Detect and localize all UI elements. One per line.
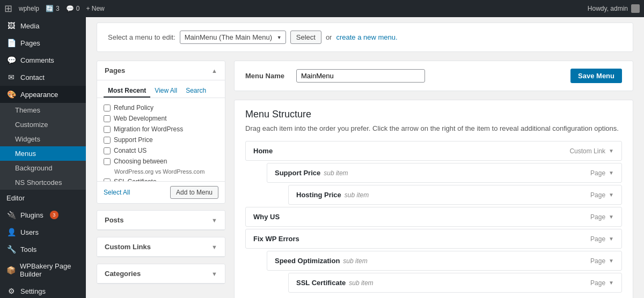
menu-structure-desc: Drag each item into the order you prefer… [245, 124, 622, 132]
settings-icon: ⚙ [6, 287, 16, 295]
sidebar-item-pages[interactable]: 📄 Pages [0, 34, 86, 51]
custom-links-title: Custom Links [105, 243, 151, 251]
page-label: Web Development [114, 115, 167, 122]
categories-panel-header[interactable]: Categories ▼ [97, 264, 225, 284]
sidebar-item-background[interactable]: Background [0, 161, 86, 175]
wp-logo-icon[interactable]: ⊞ [4, 3, 12, 14]
menu-dropdown[interactable]: MainMenu (The Main Menu) [180, 31, 286, 44]
list-item: WordPress.org vs WordPress.com [104, 167, 216, 176]
menu-item-speed-optimization: Speed Optimization sub item Page ▼ [267, 251, 622, 271]
sidebar-item-settings[interactable]: ⚙ Settings [0, 282, 86, 298]
new-content-link[interactable]: + New [86, 5, 104, 12]
add-to-menu-button[interactable]: Add to Menu [170, 186, 218, 199]
menu-item-hosting-price-header[interactable]: Hosting Price sub item Page ▼ [289, 185, 621, 204]
menu-item-home-header[interactable]: Home Custom Link ▼ [246, 141, 621, 160]
sidebar-item-label: Contact [20, 73, 45, 81]
list-item: Support Price [104, 135, 216, 145]
site-name-link[interactable]: wphelp [19, 5, 39, 12]
sidebar-item-users[interactable]: 👤 Users [0, 224, 86, 241]
sidebar-item-plugins[interactable]: 🔌 Plugins 3 [0, 206, 86, 224]
menu-item-speed-optimization-header[interactable]: Speed Optimization sub item Page ▼ [267, 251, 621, 270]
menu-item-home-name: Home [253, 147, 273, 155]
menu-name-input[interactable] [296, 69, 425, 83]
comments-icon: 💬 [66, 5, 74, 12]
updates-link[interactable]: 🔄 3 [46, 5, 60, 12]
themes-label: Themes [15, 106, 40, 114]
menu-item-support-price-arrow[interactable]: ▼ [609, 170, 614, 176]
appearance-submenu: Themes Customize Widgets Menus Backgroun… [0, 103, 86, 190]
create-new-menu-link[interactable]: create a new menu. [336, 33, 397, 41]
updates-count: 3 [56, 5, 60, 12]
sidebar-item-media[interactable]: 🖼 Media [0, 17, 86, 34]
menu-item-why-us-arrow[interactable]: ▼ [609, 214, 614, 220]
sidebar: 🖼 Media 📄 Pages 💬 Comments ✉ Contact 🎨 A… [0, 17, 86, 298]
sidebar-item-contact[interactable]: ✉ Contact [0, 69, 86, 86]
menu-item-fix-wp-errors-header[interactable]: Fix WP Errors Page ▼ [246, 229, 621, 248]
menu-items-list: Home Custom Link ▼ [245, 141, 622, 293]
pages-panel-header[interactable]: Pages ▲ [97, 61, 225, 80]
sidebar-item-ns-shortcodes[interactable]: NS Shortcodes [0, 175, 86, 190]
menu-item-support-price-type: Page [590, 169, 605, 177]
page-checkbox-contact[interactable] [104, 147, 111, 154]
menu-item-hosting-price-type: Page [590, 191, 605, 199]
page-checkbox-migration[interactable] [104, 126, 111, 133]
tab-view-all[interactable]: View All [150, 85, 181, 98]
menu-name-row: Menu Name Save Menu [234, 61, 633, 91]
page-checkbox-webdev[interactable] [104, 115, 111, 122]
sidebar-item-label: Appearance [20, 91, 58, 99]
sidebar-item-editor[interactable]: Editor [0, 190, 86, 206]
custom-links-panel: Custom Links ▼ [97, 237, 225, 257]
categories-toggle-icon: ▼ [211, 271, 217, 277]
menu-item-fix-wp-errors-arrow[interactable]: ▼ [609, 236, 614, 242]
select-all-link[interactable]: Select All [104, 189, 130, 196]
menu-item-ssl-certificate-arrow[interactable]: ▼ [609, 280, 614, 286]
sidebar-item-appearance[interactable]: 🎨 Appearance [0, 86, 86, 103]
howdy-text: Howdy, admin [588, 5, 628, 12]
avatar [631, 4, 640, 13]
comments-count: 0 [76, 5, 80, 12]
sidebar-item-customize[interactable]: Customize [0, 117, 86, 132]
sidebar-item-label: Settings [20, 287, 46, 295]
sidebar-item-wpbakery[interactable]: 📦 WPBakery Page Builder [0, 258, 86, 282]
menu-item-home: Home Custom Link ▼ [245, 141, 622, 161]
menu-item-why-us-type: Page [590, 213, 605, 221]
contact-icon: ✉ [6, 73, 16, 81]
page-sublabel: WordPress.org vs WordPress.com [104, 168, 204, 175]
select-menu-button[interactable]: Select [290, 31, 321, 44]
page-checkbox-support-price[interactable] [104, 137, 111, 144]
menu-item-ssl-certificate-name: SSL Certificate [296, 279, 346, 287]
menu-dropdown-wrapper[interactable]: MainMenu (The Main Menu) [180, 31, 286, 44]
tools-icon: 🔧 [6, 245, 16, 254]
list-item: Migration for WordPress [104, 124, 216, 135]
posts-panel-title: Posts [105, 216, 123, 224]
sidebar-item-comments[interactable]: 💬 Comments [0, 51, 86, 69]
sidebar-item-themes[interactable]: Themes [0, 103, 86, 117]
sidebar-item-tools[interactable]: 🔧 Tools [0, 241, 86, 258]
comments-link[interactable]: 💬 0 [66, 5, 80, 12]
menu-item-home-type: Custom Link [569, 147, 605, 155]
list-item: Choosing between [104, 156, 216, 167]
page-checkbox-refund[interactable] [104, 105, 111, 111]
menu-item-speed-optimization-subtype: sub item [343, 257, 367, 265]
ns-shortcodes-label: NS Shortcodes [15, 178, 62, 187]
custom-links-panel-header[interactable]: Custom Links ▼ [97, 237, 225, 257]
page-label: Support Price [114, 136, 153, 144]
menu-structure-box: Menu Structure Drag each item into the o… [234, 100, 633, 298]
menu-item-home-arrow[interactable]: ▼ [609, 148, 614, 154]
menu-structure-title: Menu Structure [245, 109, 622, 120]
sidebar-item-widgets[interactable]: Widgets [0, 132, 86, 146]
posts-panel-header[interactable]: Posts ▼ [97, 211, 225, 230]
menu-item-hosting-price-arrow[interactable]: ▼ [609, 192, 614, 198]
tab-search[interactable]: Search [181, 85, 210, 98]
page-checkbox-ssl[interactable] [104, 178, 111, 182]
page-label: Choosing between [114, 158, 167, 165]
sidebar-item-label: Tools [20, 245, 36, 254]
sidebar-item-menus[interactable]: Menus [0, 146, 86, 161]
page-checkbox-choosing[interactable] [104, 158, 111, 165]
menu-item-why-us-header[interactable]: Why US Page ▼ [246, 207, 621, 226]
tab-most-recent[interactable]: Most Recent [104, 85, 150, 98]
save-menu-button[interactable]: Save Menu [570, 69, 622, 83]
menu-item-ssl-certificate-header[interactable]: SSL Certificate sub item Page ▼ [289, 273, 621, 292]
menu-item-speed-optimization-arrow[interactable]: ▼ [609, 258, 614, 264]
menu-item-support-price-header[interactable]: Support Price sub item Page ▼ [267, 163, 621, 182]
